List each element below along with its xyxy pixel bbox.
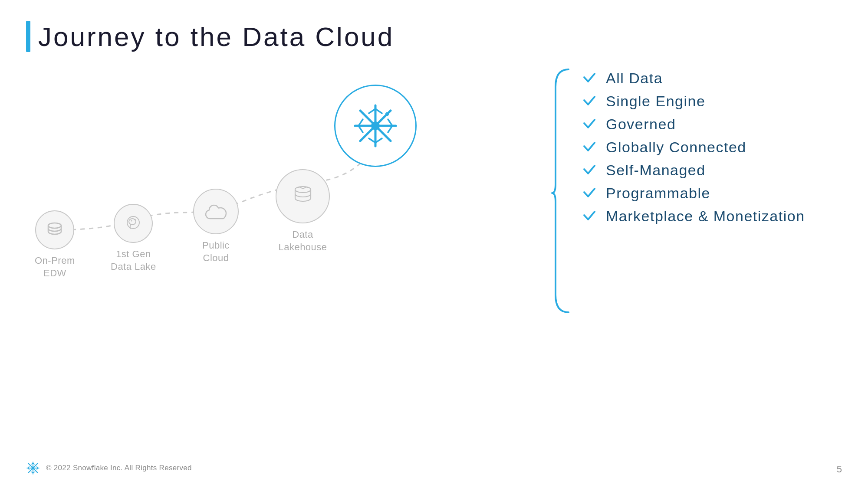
- title-bar: Journey to the Data Cloud: [26, 21, 394, 52]
- snowflake-icon: [352, 102, 399, 150]
- check-item-programmable: Programmable: [582, 184, 805, 202]
- public-cloud-icon-circle: [193, 189, 239, 234]
- snowflake-circle: [334, 85, 417, 167]
- database-icon: [45, 220, 64, 239]
- check-label-governed: Governed: [606, 116, 676, 133]
- check-label-globally-connected: Globally Connected: [606, 139, 746, 156]
- footer-snowflake-icon: [26, 461, 40, 475]
- checkmark-icon-globally-connected: [582, 138, 597, 156]
- node-public-cloud: PublicCloud: [193, 189, 239, 264]
- data-lakehouse-label: DataLakehouse: [278, 229, 327, 253]
- check-label-single-engine: Single Engine: [606, 93, 705, 110]
- data-lake-icon-circle: [114, 204, 153, 243]
- check-item-globally-connected: Globally Connected: [582, 138, 805, 156]
- data-stack-icon: [290, 185, 316, 208]
- checkmark-icon-programmable: [582, 184, 597, 202]
- data-lakehouse-icon-circle: [276, 169, 330, 223]
- check-label-marketplace: Marketplace & Monetization: [606, 208, 805, 225]
- svg-point-0: [48, 223, 61, 228]
- title-accent: [26, 21, 30, 52]
- check-label-self-managed: Self-Managed: [606, 162, 706, 179]
- on-prem-icon-circle: [35, 210, 74, 249]
- checkmark-icon-self-managed: [582, 161, 597, 179]
- checklist-inner: All DataSingle EngineGovernedGlobally Co…: [551, 65, 846, 317]
- node-data-lakehouse: DataLakehouse: [276, 169, 330, 253]
- elephant-icon: [123, 213, 144, 234]
- footer: © 2022 Snowflake Inc. All Rights Reserve…: [26, 461, 192, 475]
- check-item-all-data: All Data: [582, 69, 805, 87]
- check-item-single-engine: Single Engine: [582, 92, 805, 110]
- page-number: 5: [837, 464, 842, 475]
- checkmark-icon-all-data: [582, 69, 597, 87]
- node-on-prem: On-PremEDW: [35, 210, 75, 279]
- checklist-panel: All DataSingle EngineGovernedGlobally Co…: [551, 65, 846, 317]
- node-data-lake: 1st GenData Lake: [111, 204, 156, 273]
- page-title: Journey to the Data Cloud: [38, 21, 394, 52]
- cloud-icon: [204, 203, 228, 220]
- public-cloud-label: PublicCloud: [202, 239, 230, 264]
- snowflake-node: [334, 85, 417, 167]
- check-label-all-data: All Data: [606, 70, 663, 87]
- curly-brace-icon: [551, 65, 573, 317]
- copyright-text: © 2022 Snowflake Inc. All Rights Reserve…: [46, 464, 192, 472]
- check-item-governed: Governed: [582, 115, 805, 133]
- check-item-self-managed: Self-Managed: [582, 161, 805, 179]
- check-label-programmable: Programmable: [606, 185, 710, 202]
- svg-point-4: [295, 187, 311, 193]
- check-item-marketplace: Marketplace & Monetization: [582, 207, 805, 225]
- svg-point-31: [32, 467, 35, 470]
- checkmark-icon-marketplace: [582, 207, 597, 225]
- svg-point-3: [131, 220, 132, 222]
- check-items-list: All DataSingle EngineGovernedGlobally Co…: [582, 65, 805, 317]
- on-prem-label: On-PremEDW: [35, 255, 75, 279]
- svg-point-17: [371, 121, 380, 130]
- data-lake-label: 1st GenData Lake: [111, 248, 156, 273]
- checkmark-icon-governed: [582, 115, 597, 133]
- checkmark-icon-single-engine: [582, 92, 597, 110]
